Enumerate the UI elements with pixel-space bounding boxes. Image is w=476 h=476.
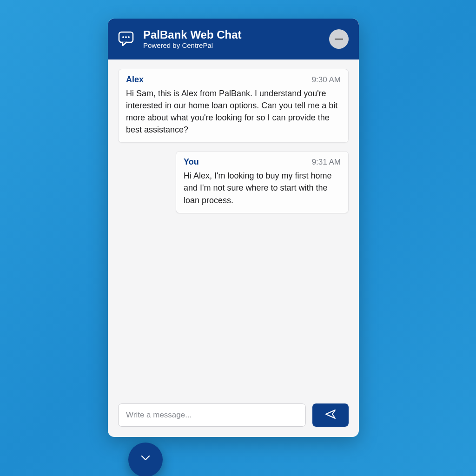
composer: [108, 396, 359, 437]
message-bubble: You 9:31 AM Hi Alex, I'm looking to buy …: [176, 151, 349, 213]
chat-subtitle: Powered by CentrePal: [143, 41, 322, 50]
message-bubble: Alex 9:30 AM Hi Sam, this is Alex from P…: [118, 69, 349, 143]
message-body: Hi Alex, I'm looking to buy my first hom…: [184, 170, 341, 206]
minimize-button[interactable]: [329, 29, 349, 49]
chat-window: PalBank Web Chat Powered by CentrePal Al…: [108, 19, 359, 437]
message-header: You 9:31 AM: [184, 157, 341, 167]
chat-header-text: PalBank Web Chat Powered by CentrePal: [143, 28, 322, 50]
message-sender: You: [184, 157, 199, 167]
message-input[interactable]: [118, 403, 306, 427]
message-header: Alex 9:30 AM: [126, 75, 341, 85]
svg-point-2: [125, 36, 127, 38]
message-list[interactable]: Alex 9:30 AM Hi Sam, this is Alex from P…: [108, 60, 359, 396]
minus-icon: [335, 39, 343, 40]
message-timestamp: 9:30 AM: [312, 75, 341, 85]
message-body: Hi Sam, this is Alex from PalBank. I und…: [126, 87, 341, 136]
svg-point-3: [128, 36, 130, 38]
chat-bubble-icon: [118, 31, 136, 47]
send-icon: [324, 408, 337, 422]
chat-header: PalBank Web Chat Powered by CentrePal: [108, 19, 359, 60]
collapse-fab[interactable]: [128, 443, 163, 476]
message-timestamp: 9:31 AM: [312, 158, 341, 167]
send-button[interactable]: [312, 403, 349, 427]
svg-point-1: [122, 36, 124, 38]
message-sender: Alex: [126, 75, 144, 85]
chat-title: PalBank Web Chat: [143, 28, 322, 41]
chevron-down-icon: [139, 452, 152, 466]
